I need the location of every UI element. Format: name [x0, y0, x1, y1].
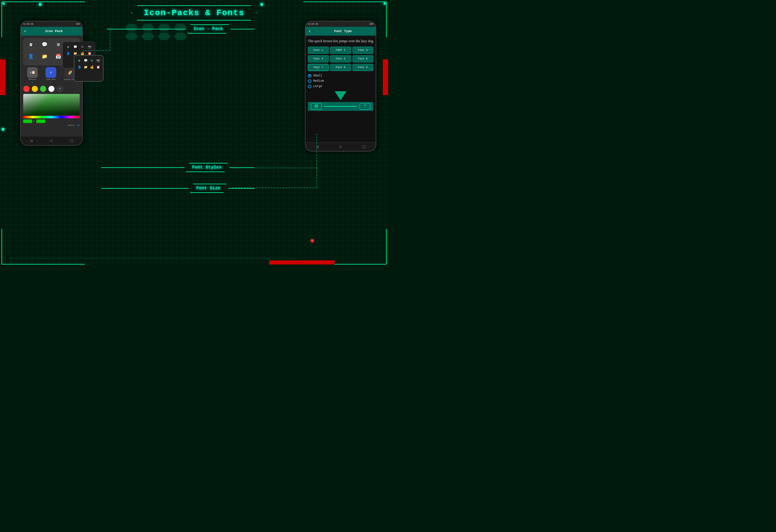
color-white[interactable] — [48, 85, 55, 92]
icon-type-line[interactable]: ⊞ Line Icon ✓ — [45, 67, 56, 84]
ol-icon-1: ☎ — [65, 44, 71, 50]
hue-bar[interactable] — [23, 116, 80, 118]
page-container: Icon-Packs & Fonts 11:56:38 84% ‹ Icon P… — [0, 0, 388, 266]
font-preview-text: The quick brown fox jumps over the lazy … — [308, 39, 373, 44]
font-btn-7[interactable]: Font 7 ✓ — [308, 64, 329, 71]
radio-medium[interactable]: Medium — [308, 79, 373, 83]
ok-button[interactable]: OK — [77, 124, 80, 126]
icon-msg: 💬 — [39, 40, 50, 49]
icon-type-default[interactable]: ☎📋 Default ✓ — [27, 67, 38, 84]
font-btn-8[interactable]: Font 8 — [330, 64, 351, 71]
default-check: ✓ — [32, 81, 33, 84]
back-button-left[interactable]: ‹ — [24, 29, 26, 34]
icon-phone: ☎ — [25, 40, 37, 49]
default-label: Default — [29, 78, 36, 80]
color-arrow-icon: ➤ — [33, 119, 35, 123]
deco-dot-2 — [1, 128, 4, 131]
front-icon-8: ⏰ — [95, 64, 101, 70]
radio-large-label: Large — [313, 85, 322, 88]
front-icon-4: 📷 — [95, 58, 101, 63]
phone-right-header: ‹ Font Type — [306, 27, 376, 36]
ol-icon-3: ⊞ — [79, 44, 85, 50]
label-line-right-fs — [229, 167, 254, 168]
font-btn-4[interactable]: Font 4 — [308, 55, 329, 62]
battery-right: 84% — [369, 23, 373, 25]
nav-recent[interactable]: □ — [70, 139, 73, 143]
font-type-title: Font Type — [313, 29, 373, 33]
font-selected-check: ✓ — [318, 67, 319, 70]
phone-left-status-bar: 11:56:38 84% — [21, 21, 82, 27]
phone-right-bottom-bar: 🖼 T — [308, 102, 373, 111]
bottom-btn-font[interactable]: T — [360, 103, 370, 110]
phone-right-body: The quick brown fox jumps over the lazy … — [306, 36, 376, 142]
phone-right-status-bar: 11:56:28 84% — [306, 21, 376, 27]
ol-icon-2: 💬 — [72, 44, 78, 50]
font-grid: Font 1 FONT 2 Font 3 Font 4 Font 5 Font … — [308, 47, 373, 71]
color-yellow[interactable] — [31, 85, 38, 92]
time-right: 11:56:28 — [308, 23, 318, 25]
deco-dot-1 — [39, 3, 42, 6]
bottom-divider — [324, 106, 357, 107]
front-icon-6: 📁 — [83, 64, 88, 70]
label-line-right-fz — [228, 188, 254, 189]
page-title: Icon-Packs & Fonts — [144, 8, 244, 18]
nav-back-right[interactable]: ◁ — [316, 144, 318, 149]
glow-dot-tr — [383, 2, 386, 5]
label-line-right-ip — [231, 29, 254, 29]
red-accent-left — [0, 59, 5, 95]
font-btn-1[interactable]: Font 1 — [308, 47, 329, 54]
font-btn-9[interactable]: Font 9 — [353, 64, 373, 71]
radio-large-circle — [308, 85, 312, 88]
radio-large[interactable]: Large — [308, 85, 373, 88]
font-btn-3[interactable]: Font 3 — [353, 47, 373, 54]
red-dot-2 — [311, 239, 314, 242]
radio-small[interactable]: Small — [308, 74, 373, 77]
font-btn-6[interactable]: Font 6 — [353, 55, 373, 62]
color-action-row: CANCEL OK — [23, 124, 80, 126]
line-check: ✓ — [50, 81, 52, 84]
phone-left-header: ‹ Icon Pack — [21, 27, 82, 36]
phone-left: 11:56:38 84% ‹ Icon Pack ☎ 💬 ⊞ 📷 👤 📁 — [20, 21, 83, 146]
color-green[interactable] — [40, 85, 46, 92]
nav-recent-right[interactable]: □ — [363, 145, 365, 149]
icon-pack-label: Icon - Pack — [188, 24, 229, 34]
bottom-btn-image[interactable]: 🖼 — [311, 103, 322, 110]
color-preview-from — [23, 119, 32, 123]
label-line-left-fs — [101, 167, 184, 168]
font-styles-label-container: Font Styles — [101, 163, 254, 172]
back-button-right[interactable]: ‹ — [309, 29, 311, 34]
add-color-button[interactable]: + — [56, 85, 63, 92]
battery-left: 84% — [76, 23, 80, 25]
font-btn-5[interactable]: Font 5 — [330, 55, 351, 62]
front-icon-3: ⊞ — [89, 58, 94, 63]
front-icon-2: 💬 — [83, 58, 88, 63]
overlay-icon-grid-front: ☎ 💬 ⊞ 📷 👤 📁 💰 ⏰ — [77, 58, 101, 70]
color-row: + — [23, 85, 80, 92]
phone-right: 11:56:28 84% ‹ Font Type The quick brown… — [305, 21, 376, 152]
cancel-button[interactable]: CANCEL — [67, 124, 75, 126]
font-btn-2[interactable]: FONT 2 — [330, 47, 351, 54]
binary-decoration: 0101001010100101010010101001010100101010… — [9, 256, 379, 262]
deco-dot-3 — [260, 3, 263, 6]
color-red[interactable] — [23, 85, 30, 92]
overlay-panel-front: ☎ 💬 ⊞ 📷 👤 📁 💰 ⏰ — [74, 55, 104, 82]
color-picker-area[interactable] — [23, 94, 80, 115]
icon-pack-label-container: Icon - Pack — [107, 24, 254, 34]
time-left: 11:56:38 — [23, 23, 33, 25]
font-size-label: Font Size — [190, 184, 226, 193]
triangle-indicator — [335, 91, 347, 100]
icon-contacts: 👤 — [25, 52, 37, 61]
ol-icon-5: 👤 — [65, 51, 71, 56]
radio-small-circle — [308, 74, 312, 77]
line-label: Line Icon — [46, 78, 56, 80]
radio-medium-label: Medium — [313, 79, 324, 83]
color-preview-row: ➤ — [23, 119, 80, 123]
icon-type-row: ☎📋 Default ✓ ⊞ Line Icon ✓ 🌈 Syst — [23, 67, 80, 84]
ol-icon-4: 📷 — [86, 44, 92, 50]
nav-back[interactable]: ◁ — [30, 138, 32, 143]
nav-home-right[interactable]: ○ — [339, 145, 342, 149]
radio-small-label: Small — [313, 74, 322, 77]
font-size-label-container: Font Size — [101, 184, 254, 193]
nav-home[interactable]: ○ — [50, 139, 53, 143]
front-icon-1: ☎ — [77, 58, 82, 63]
